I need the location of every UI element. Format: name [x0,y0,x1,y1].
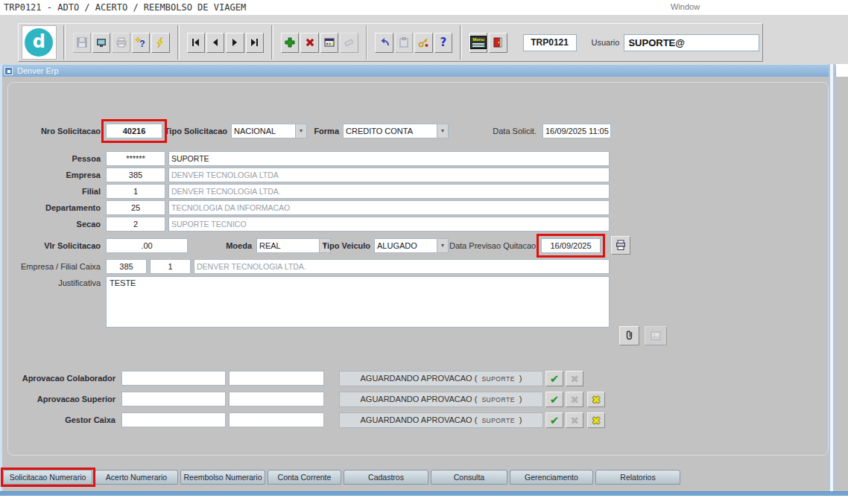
toolbar-separator [271,25,273,60]
key-icon [417,36,429,48]
lightning-icon [154,36,166,48]
aprovacao-colaborador-field2[interactable] [229,371,324,386]
next-record-button[interactable] [226,33,244,53]
previous-record-button[interactable] [206,33,224,53]
tipo-solicitacao-combo[interactable]: NACIONAL▼ [231,124,307,138]
aprovacao-superior-field2[interactable] [229,392,324,406]
tab-gerenciamento[interactable]: Gerenciamento [510,470,593,485]
query-button[interactable]: ? [132,33,150,53]
floppy-icon [76,36,88,48]
image-button[interactable] [645,326,667,345]
erp-window-titlebar: Denver Erp [1,64,836,77]
justificativa-label: Justificativa [0,278,101,287]
justificativa-field[interactable]: TESTE [106,276,610,328]
gestor-caixa-status: AGUARDANDO APROVACAO (SUPORTE) [339,412,543,428]
last-record-button[interactable] [246,33,264,53]
yellow-x-icon: ✖ [592,415,601,427]
vlr-solicitacao-field[interactable]: .00 [106,238,188,253]
secao-code-field[interactable]: 2 [106,217,165,232]
moeda-label: Moeda [215,241,252,250]
print-request-button[interactable] [611,236,630,255]
red-x-icon [304,36,316,48]
aprovacao-superior-field1[interactable] [121,392,226,406]
reject-gestor-button[interactable]: ✖ [566,412,583,428]
tipo-veiculo-label: Tipo Veiculo [313,241,370,250]
filial-code-field[interactable]: 1 [106,184,165,199]
monitor-icon [95,36,107,48]
clipboard-icon [398,36,410,48]
forma-combo[interactable]: CREDITO CONTA▼ [343,124,449,138]
aprovacao-colaborador-status: AGUARDANDO APROVACAO (SUPORTE) [339,371,543,386]
chevron-down-icon[interactable]: ▼ [437,239,448,252]
forma-label: Forma [311,127,339,135]
approve-gestor-button[interactable]: ✔ [545,412,563,428]
pessoa-label: Pessoa [0,154,101,163]
picture-icon [650,330,662,342]
departamento-label: Departamento [0,203,101,212]
screen-button[interactable] [92,33,110,53]
gestor-caixa-field2[interactable] [229,412,324,427]
tipo-veiculo-combo[interactable]: ALUGADO▼ [374,238,449,253]
window-menu[interactable]: Window [671,2,700,11]
secao-label: Secao [0,220,101,229]
tipo-solicitacao-label: Tipo Solicitacao [153,127,227,135]
aprovacao-colaborador-label: Aprovacao Colaborador [0,374,116,383]
check-icon: ✔ [550,393,560,406]
data-previsao-quitacao-field[interactable]: 16/09/2025 [541,238,601,253]
tab-reembolso-numerario[interactable]: Reembolso Numerario [180,470,265,485]
data-solicit-field[interactable]: 16/09/2025 11:05 [542,124,611,138]
exit-button[interactable] [489,33,507,53]
approve-colaborador-button[interactable]: ✔ [545,371,563,386]
eraser-icon [343,36,355,48]
departamento-desc-field: TECNOLOGIA DA INFORMACAO [168,200,610,215]
tab-consulta[interactable]: Consulta [431,470,507,485]
empresa-code-field[interactable]: 385 [106,168,165,182]
add-record-button[interactable] [281,33,299,53]
menu-button[interactable]: Menu [469,33,487,53]
approve-superior-button[interactable]: ✔ [545,392,563,407]
last-record-icon [251,39,258,46]
cancel-superior-button[interactable]: ✖ [587,392,605,407]
tab-cadastros[interactable]: Cadastros [344,470,428,485]
print-button[interactable] [112,33,130,53]
edit-form-button[interactable] [320,33,338,53]
nro-solicitacao-label: Nro Solicitacao [0,127,101,135]
usuario-field[interactable]: SUPORTE@ [624,34,759,51]
filial-caixa-field[interactable]: 1 [150,259,191,274]
gestor-caixa-field1[interactable] [121,412,226,427]
access-button[interactable] [414,33,432,53]
form-window-icon [323,36,335,48]
reject-colaborador-button[interactable]: ✖ [566,371,583,386]
tab-acerto-numerario[interactable]: Acerto Numerario [95,470,178,485]
x-icon: ✖ [570,373,579,385]
window-frame-right [829,64,835,493]
secao-desc-field: SUPORTE TECNICO [168,217,610,232]
departamento-code-field[interactable]: 25 [106,200,165,215]
clear-button[interactable] [340,33,358,53]
paste-button[interactable] [395,33,413,53]
reject-superior-button[interactable]: ✖ [566,392,583,407]
empresa-desc-field: DENVER TECNOLOGIA LTDA [168,168,610,182]
chevron-down-icon[interactable]: ▼ [295,124,306,138]
first-record-button[interactable] [187,33,205,53]
tab-solicitacao-numerario[interactable]: Solicitacao Numerario [3,470,92,485]
cancel-gestor-button[interactable]: ✖ [587,412,605,428]
help-button[interactable]: ? [434,33,452,53]
data-previsao-quitacao-label: Data Previsao Quitacao [449,241,535,250]
delete-record-button[interactable] [300,33,318,53]
aprovacao-colaborador-field1[interactable] [121,371,226,386]
empresa-filial-caixa-label: Empresa / Filial Caixa [0,262,101,271]
save-button[interactable] [73,33,91,53]
undo-button[interactable] [375,33,393,53]
attachment-button[interactable] [619,326,639,345]
execute-button[interactable] [151,33,169,53]
program-code-field[interactable]: TRP0121 [523,34,577,51]
pessoa-code-field[interactable]: ****** [106,151,165,166]
tab-conta-corrente[interactable]: Conta Corrente [268,470,341,485]
app-window: TRP0121 - ADTO / ACERTO / REEMBOLSO DE V… [0,0,848,504]
chevron-down-icon[interactable]: ▼ [437,124,448,138]
erp-window-icon [4,67,13,75]
tab-relatorios[interactable]: Relatorios [595,470,680,485]
printer-icon [116,36,127,48]
empresa-caixa-field[interactable]: 385 [106,259,147,274]
